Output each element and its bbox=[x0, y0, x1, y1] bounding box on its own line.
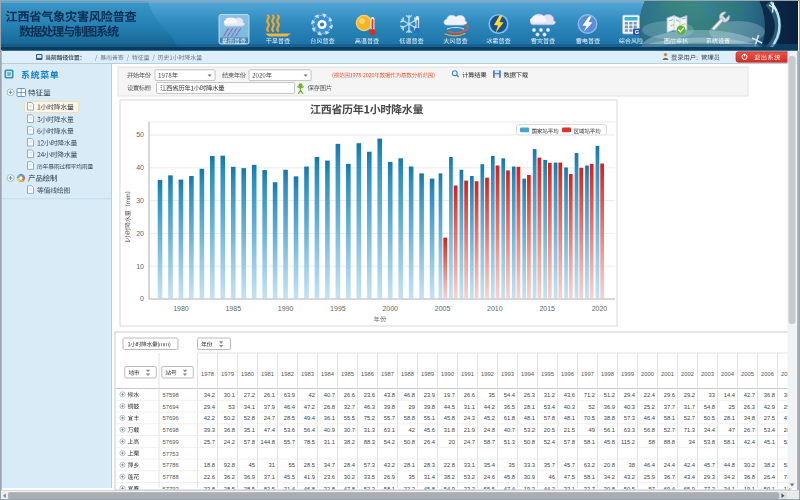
svg-text:71.2: 71.2 bbox=[584, 392, 595, 398]
svg-text:56.1: 56.1 bbox=[604, 427, 615, 433]
svg-text:40.3: 40.3 bbox=[564, 404, 575, 410]
svg-text:45.8: 45.8 bbox=[444, 415, 455, 421]
svg-text:18.8: 18.8 bbox=[204, 462, 215, 468]
svg-text:45.5: 45.5 bbox=[284, 474, 295, 480]
svg-text:40.9: 40.9 bbox=[324, 427, 335, 433]
svg-text:2010: 2010 bbox=[487, 305, 503, 312]
svg-text:1979: 1979 bbox=[221, 371, 234, 377]
svg-text:36.9: 36.9 bbox=[604, 404, 615, 410]
svg-text:53.4: 53.4 bbox=[764, 427, 776, 433]
svg-text:20.8: 20.8 bbox=[604, 462, 615, 468]
svg-text:49: 49 bbox=[589, 427, 595, 433]
svg-text:23.6: 23.6 bbox=[324, 474, 335, 480]
svg-text:29.6: 29.6 bbox=[664, 392, 675, 398]
svg-text:24.8: 24.8 bbox=[484, 427, 495, 433]
svg-text:55.7: 55.7 bbox=[384, 415, 395, 421]
svg-text:2002: 2002 bbox=[681, 371, 694, 377]
svg-text:34.2: 34.2 bbox=[204, 392, 215, 398]
svg-text:36.8: 36.8 bbox=[224, 427, 235, 433]
svg-text:20.5: 20.5 bbox=[544, 427, 555, 433]
svg-text:25.7: 25.7 bbox=[204, 439, 215, 445]
svg-text:2015: 2015 bbox=[539, 305, 555, 312]
svg-text:1990: 1990 bbox=[441, 371, 454, 377]
svg-text:39.8: 39.8 bbox=[384, 404, 395, 410]
svg-text:39.3: 39.3 bbox=[204, 427, 215, 433]
svg-text:56.4: 56.4 bbox=[304, 427, 316, 433]
svg-text:50: 50 bbox=[136, 131, 144, 138]
svg-text:53.4: 53.4 bbox=[544, 404, 556, 410]
svg-text:29: 29 bbox=[409, 404, 415, 410]
svg-text:57.3: 57.3 bbox=[624, 415, 635, 421]
svg-text:57.8: 57.8 bbox=[564, 439, 575, 445]
svg-text:55: 55 bbox=[289, 462, 295, 468]
svg-text:54.8: 54.8 bbox=[704, 404, 715, 410]
svg-text:1997: 1997 bbox=[581, 371, 594, 377]
svg-text:57598: 57598 bbox=[163, 392, 179, 398]
svg-text:30: 30 bbox=[136, 197, 144, 204]
svg-text:52.8: 52.8 bbox=[244, 415, 255, 421]
svg-text:78.5: 78.5 bbox=[304, 439, 315, 445]
svg-text:75.2: 75.2 bbox=[364, 415, 375, 421]
svg-text:44.2: 44.2 bbox=[484, 404, 495, 410]
svg-text:57699: 57699 bbox=[163, 439, 179, 445]
svg-text:38.2: 38.2 bbox=[444, 474, 455, 480]
svg-text:1995: 1995 bbox=[330, 305, 346, 312]
svg-text:46.4: 46.4 bbox=[284, 404, 296, 410]
svg-text:31.4: 31.4 bbox=[424, 474, 436, 480]
svg-text:35.7: 35.7 bbox=[544, 462, 555, 468]
svg-text:38.2: 38.2 bbox=[764, 462, 775, 468]
svg-text:45.8: 45.8 bbox=[504, 474, 515, 480]
svg-text:57694: 57694 bbox=[163, 404, 180, 410]
svg-text:44.8: 44.8 bbox=[724, 462, 735, 468]
svg-text:57.8: 57.8 bbox=[244, 439, 255, 445]
svg-text:50.5: 50.5 bbox=[704, 415, 715, 421]
svg-text:34.4: 34.4 bbox=[704, 427, 716, 433]
svg-text:35: 35 bbox=[409, 474, 415, 480]
svg-text:57.3: 57.3 bbox=[364, 462, 375, 468]
svg-text:1978: 1978 bbox=[201, 371, 214, 377]
svg-text:55.1: 55.1 bbox=[424, 415, 435, 421]
svg-text:1991: 1991 bbox=[461, 371, 474, 377]
svg-text:28.1: 28.1 bbox=[404, 462, 415, 468]
svg-text:53.8: 53.8 bbox=[704, 439, 715, 445]
svg-text:31.1: 31.1 bbox=[324, 439, 335, 445]
svg-text:58.1: 58.1 bbox=[724, 439, 735, 445]
svg-text:45.2: 45.2 bbox=[484, 415, 495, 421]
svg-text:30.1: 30.1 bbox=[224, 392, 235, 398]
svg-text:23.9: 23.9 bbox=[424, 392, 435, 398]
svg-text:58.1: 58.1 bbox=[664, 415, 675, 421]
svg-text:92.8: 92.8 bbox=[224, 462, 235, 468]
svg-text:43.6: 43.6 bbox=[564, 392, 575, 398]
svg-text:31.2: 31.2 bbox=[544, 392, 555, 398]
svg-text:47.2: 47.2 bbox=[304, 404, 315, 410]
svg-text:46.8: 46.8 bbox=[404, 392, 415, 398]
svg-text:31.7: 31.7 bbox=[684, 404, 695, 410]
svg-text:1981: 1981 bbox=[261, 371, 274, 377]
svg-text:33.5: 33.5 bbox=[364, 474, 375, 480]
svg-text:1985: 1985 bbox=[341, 371, 354, 377]
svg-text:45.7: 45.7 bbox=[704, 462, 715, 468]
svg-text:47.5: 47.5 bbox=[564, 474, 575, 480]
svg-text:2005: 2005 bbox=[741, 371, 754, 377]
svg-text:30.9: 30.9 bbox=[524, 474, 535, 480]
svg-text:45.1: 45.1 bbox=[764, 439, 775, 445]
svg-text:26.8: 26.8 bbox=[324, 404, 335, 410]
svg-text:1988: 1988 bbox=[401, 371, 414, 377]
svg-text:26.6: 26.6 bbox=[344, 392, 355, 398]
svg-text:63.9: 63.9 bbox=[284, 392, 295, 398]
svg-text:1983: 1983 bbox=[301, 371, 314, 377]
svg-text:45.8: 45.8 bbox=[604, 439, 615, 445]
svg-text:29.4: 29.4 bbox=[204, 404, 216, 410]
svg-text:1995: 1995 bbox=[541, 371, 554, 377]
svg-text:38.8: 38.8 bbox=[604, 415, 615, 421]
svg-text:G: G bbox=[635, 29, 639, 35]
svg-text:53.2: 53.2 bbox=[524, 427, 535, 433]
svg-text:24.6: 24.6 bbox=[484, 474, 495, 480]
svg-text:31.8: 31.8 bbox=[444, 427, 455, 433]
svg-text:36.2: 36.2 bbox=[224, 474, 235, 480]
svg-text:2005: 2005 bbox=[435, 305, 451, 312]
svg-text:1984: 1984 bbox=[321, 371, 335, 377]
svg-text:36.1: 36.1 bbox=[324, 415, 335, 421]
svg-text:54.2: 54.2 bbox=[384, 439, 395, 445]
svg-text:34.8: 34.8 bbox=[744, 415, 755, 421]
